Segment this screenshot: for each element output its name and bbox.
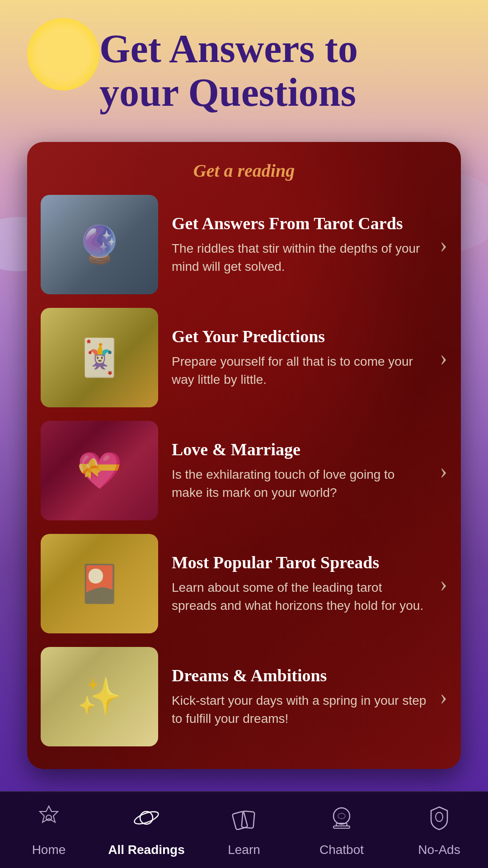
nav-item-no-ads[interactable]: No-Ads: [390, 803, 488, 857]
chevron-right-icon: ›: [440, 684, 447, 710]
reading-title: Dreams & Ambitions: [172, 665, 426, 685]
reading-title: Get Answers From Tarot Cards: [172, 213, 426, 233]
reading-item-tarot-answers[interactable]: Get Answers From Tarot Cards The riddles…: [41, 195, 447, 294]
nav-label-home: Home: [32, 843, 66, 857]
reading-desc: Is the exhilarating touch of love going …: [172, 466, 426, 501]
nav-label-all-readings: All Readings: [108, 843, 185, 857]
header: Get Answers to your Questions: [0, 0, 488, 133]
no-ads-icon: [425, 803, 454, 838]
reading-image-tarot-cards: [41, 308, 158, 407]
reading-desc: Kick-start your days with a spring in yo…: [172, 692, 426, 727]
chatbot-icon: [327, 803, 356, 838]
reading-desc: Learn about some of the leading tarot sp…: [172, 579, 426, 614]
page-title: Get Answers to your Questions: [99, 27, 425, 115]
reading-item-dreams-ambitions[interactable]: Dreams & Ambitions Kick-start your days …: [41, 647, 447, 746]
reading-content: Get Answers From Tarot Cards The riddles…: [158, 213, 435, 275]
svg-rect-5: [241, 811, 254, 828]
bottom-navigation: Home All Readings Learn: [0, 791, 488, 868]
nav-item-learn[interactable]: Learn: [195, 803, 293, 857]
chevron-right-icon: ›: [440, 458, 447, 484]
readings-card: Get a reading Get Answers From Tarot Car…: [27, 142, 461, 769]
nav-item-all-readings[interactable]: All Readings: [98, 803, 195, 857]
svg-rect-9: [333, 826, 350, 828]
nav-label-chatbot: Chatbot: [319, 843, 364, 857]
reading-content: Dreams & Ambitions Kick-start your days …: [158, 665, 435, 727]
nav-item-chatbot[interactable]: Chatbot: [293, 803, 390, 857]
learn-icon: [230, 803, 258, 838]
card-header: Get a reading: [41, 160, 447, 181]
reading-title: Most Popular Tarot Spreads: [172, 552, 426, 572]
svg-point-6: [333, 808, 350, 824]
reading-item-love-marriage[interactable]: Love & Marriage Is the exhilarating touc…: [41, 421, 447, 520]
reading-desc: Prepare yourself for all that is to come…: [172, 353, 426, 388]
svg-marker-0: [40, 806, 58, 822]
reading-content: Love & Marriage Is the exhilarating touc…: [158, 439, 435, 501]
reading-title: Love & Marriage: [172, 439, 426, 459]
home-icon: [34, 803, 63, 838]
reading-desc: The riddles that stir within the depths …: [172, 240, 426, 275]
chevron-right-icon: ›: [440, 344, 447, 371]
nav-label-learn: Learn: [228, 843, 260, 857]
reading-item-predictions[interactable]: Get Your Predictions Prepare yourself fo…: [41, 308, 447, 407]
reading-content: Most Popular Tarot Spreads Learn about s…: [158, 552, 435, 614]
reading-image-tarot-woman: [41, 195, 158, 294]
svg-point-7: [338, 813, 345, 819]
reading-content: Get Your Predictions Prepare yourself fo…: [158, 326, 435, 388]
chevron-right-icon: ›: [440, 231, 447, 258]
card-header-text: Get a reading: [193, 160, 295, 181]
nav-label-no-ads: No-Ads: [418, 843, 460, 857]
reading-image-dreams: [41, 647, 158, 746]
reading-item-popular-spreads[interactable]: Most Popular Tarot Spreads Learn about s…: [41, 534, 447, 633]
all-readings-icon: [132, 803, 161, 838]
chevron-right-icon: ›: [440, 571, 447, 597]
reading-image-love: [41, 421, 158, 520]
nav-item-home[interactable]: Home: [0, 803, 98, 857]
reading-image-spreads: [41, 534, 158, 633]
svg-point-1: [46, 815, 52, 821]
reading-title: Get Your Predictions: [172, 326, 426, 346]
svg-point-10: [436, 812, 443, 821]
